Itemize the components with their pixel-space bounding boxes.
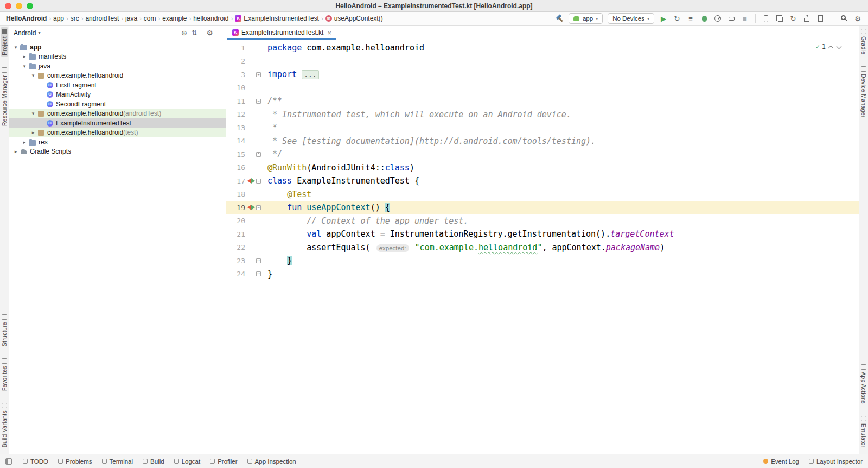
zoom-window-button[interactable] <box>27 3 33 9</box>
close-tab-icon[interactable]: × <box>327 29 331 37</box>
run-config-selector[interactable]: app▾ <box>569 13 603 24</box>
tree-item[interactable]: ▾com.example.helloandroid <box>9 71 226 81</box>
statusbar-item-layout-inspector[interactable]: Layout Inspector <box>809 458 863 465</box>
statusbar-item-todo[interactable]: TODO <box>23 458 48 465</box>
logcat-icon[interactable] <box>814 13 826 24</box>
statusbar-item-terminal[interactable]: Terminal <box>102 458 133 465</box>
code-line[interactable]: 13 * <box>226 121 859 135</box>
tool-button-resource-manager[interactable]: Resource Manager <box>1 66 8 128</box>
statusbar-item-event-log[interactable]: Event Log <box>763 458 799 465</box>
tree-item[interactable]: CMainActivity <box>9 90 226 100</box>
breadcrumb-item[interactable]: androidTest <box>84 15 120 22</box>
tree-chevron-icon[interactable]: ▸ <box>21 54 28 59</box>
code-line[interactable]: 20 // Context of the app under test. <box>226 214 859 228</box>
tool-button-emulator[interactable]: Emulator <box>860 414 867 449</box>
breadcrumb-item[interactable]: java <box>124 15 139 22</box>
code-line[interactable]: 3+import ... <box>226 68 859 81</box>
sync-gradle-icon[interactable]: ↻ <box>787 13 799 24</box>
breadcrumb-item[interactable]: museAppContext() <box>324 15 385 22</box>
apply-code-changes-icon[interactable]: ≡ <box>685 13 697 24</box>
attach-debugger-icon[interactable] <box>725 13 737 24</box>
tree-item[interactable]: ▸manifests <box>9 52 226 62</box>
fold-marker-icon[interactable]: − <box>256 205 261 210</box>
fold-marker-icon[interactable]: − <box>256 99 261 104</box>
run-test-icon[interactable] <box>247 178 255 184</box>
code-line[interactable]: 12 * Instrumented test, which will execu… <box>226 108 859 122</box>
prev-problem-icon[interactable] <box>828 45 834 50</box>
tree-item[interactable]: CExampleInstrumentedTest <box>9 118 226 128</box>
tree-chevron-icon[interactable]: ▸ <box>30 130 36 135</box>
code-line[interactable]: 24^} <box>226 268 859 281</box>
code-line[interactable]: 21 val appContext = InstrumentationRegis… <box>226 227 859 241</box>
tool-button-project[interactable]: Project <box>1 27 8 57</box>
tree-item[interactable]: ▸Gradle Scripts <box>9 147 226 157</box>
fold-marker-icon[interactable]: ^ <box>256 258 261 263</box>
statusbar-item-logcat[interactable]: Logcat <box>174 458 201 465</box>
code-line[interactable]: 10 <box>226 81 859 95</box>
code-line[interactable]: 22 assertEquals( expected: "com.example.… <box>226 241 859 255</box>
code-line[interactable]: 16@RunWith(AndroidJUnit4::class) <box>226 161 859 175</box>
tree-item[interactable]: ▾com.example.helloandroid (androidTest) <box>9 109 226 119</box>
fold-marker-icon[interactable]: + <box>256 72 261 77</box>
tree-item[interactable]: CFirstFragment <box>9 80 226 90</box>
minimize-window-button[interactable] <box>16 3 22 9</box>
profile-icon[interactable] <box>712 13 724 24</box>
fold-marker-icon[interactable]: − <box>256 179 261 184</box>
tree-chevron-icon[interactable]: ▸ <box>21 140 28 145</box>
tree-chevron-icon[interactable]: ▾ <box>30 73 36 78</box>
hide-panel-icon[interactable]: − <box>217 29 221 37</box>
statusbar-item-build[interactable]: Build <box>143 458 164 465</box>
tree-item[interactable]: CSecondFragment <box>9 99 226 109</box>
build-hammer-icon[interactable] <box>553 13 565 24</box>
breadcrumb-item[interactable]: helloandroid <box>192 15 230 22</box>
close-window-button[interactable] <box>5 3 11 9</box>
statusbar-item-app-inspection[interactable]: App Inspection <box>247 458 296 465</box>
tree-item[interactable]: ▾java <box>9 61 226 71</box>
settings-gear-icon[interactable]: ⚙ <box>852 13 864 24</box>
tree-chevron-icon[interactable]: ▾ <box>12 45 19 50</box>
code-line[interactable]: 11−/** <box>226 94 859 108</box>
code-line[interactable]: 23^ } <box>226 254 859 268</box>
run-test-icon[interactable] <box>247 205 255 210</box>
breadcrumb-item[interactable]: HelloAndroid <box>4 15 48 22</box>
tool-button-structure[interactable]: Structure <box>1 313 8 348</box>
code-editor[interactable]: ✓ 1 1package com.example.helloandroid23+… <box>226 40 859 454</box>
tool-button-app-actions[interactable]: App Actions <box>860 363 867 406</box>
code-line[interactable]: 2 <box>226 55 859 68</box>
tool-button-build-variants[interactable]: Build Variants <box>1 401 8 449</box>
code-line[interactable]: 19− fun useAppContext() { <box>226 201 859 214</box>
locate-file-icon[interactable]: ⊕ <box>181 29 187 37</box>
tree-item[interactable]: ▾app <box>9 42 226 52</box>
code-line[interactable]: 15^ */ <box>226 148 859 161</box>
tool-button-favorites[interactable]: Favorites <box>1 357 8 393</box>
device-selector[interactable]: No Devices▾ <box>608 13 654 24</box>
code-line[interactable]: 1package com.example.helloandroid <box>226 41 859 55</box>
next-problem-icon[interactable] <box>837 43 842 49</box>
statusbar-item-problems[interactable]: Problems <box>58 458 92 465</box>
project-options-icon[interactable]: ⚙ <box>207 29 213 37</box>
code-line[interactable]: 18 @Test <box>226 188 859 201</box>
tree-chevron-icon[interactable]: ▾ <box>30 111 36 116</box>
apply-changes-icon[interactable]: ↻ <box>671 13 683 24</box>
breadcrumb-item[interactable]: com <box>142 15 158 22</box>
statusbar-item-profiler[interactable]: Profiler <box>210 458 237 465</box>
tree-item[interactable]: ▸res <box>9 137 226 147</box>
device-manager-icon[interactable] <box>760 13 772 24</box>
breadcrumb-item[interactable]: example <box>161 15 188 22</box>
fold-marker-icon[interactable]: ^ <box>256 271 261 276</box>
debug-icon[interactable] <box>698 13 710 24</box>
breadcrumb-item[interactable]: KExampleInstrumentedTest <box>233 15 321 22</box>
sdk-manager-icon[interactable] <box>801 13 813 24</box>
breadcrumb-item[interactable]: app <box>52 15 66 22</box>
tree-chevron-icon[interactable]: ▸ <box>12 149 19 154</box>
tree-item[interactable]: ▸com.example.helloandroid (test) <box>9 128 226 138</box>
breadcrumb-item[interactable]: src <box>69 15 81 22</box>
code-line[interactable]: 17−class ExampleInstrumentedTest { <box>226 174 859 188</box>
expand-collapse-icon[interactable]: ⇅ <box>192 29 197 37</box>
layout-inspector-icon[interactable] <box>774 13 786 24</box>
code-line[interactable]: 14 * See [testing documentation](http://… <box>226 135 859 148</box>
fold-marker-icon[interactable]: ^ <box>256 152 261 157</box>
tool-button-gradle[interactable]: Gradle <box>860 27 867 56</box>
tree-chevron-icon[interactable]: ▾ <box>21 64 28 69</box>
editor-tab[interactable]: K ExampleInstrumentedTest.kt × <box>227 26 336 40</box>
